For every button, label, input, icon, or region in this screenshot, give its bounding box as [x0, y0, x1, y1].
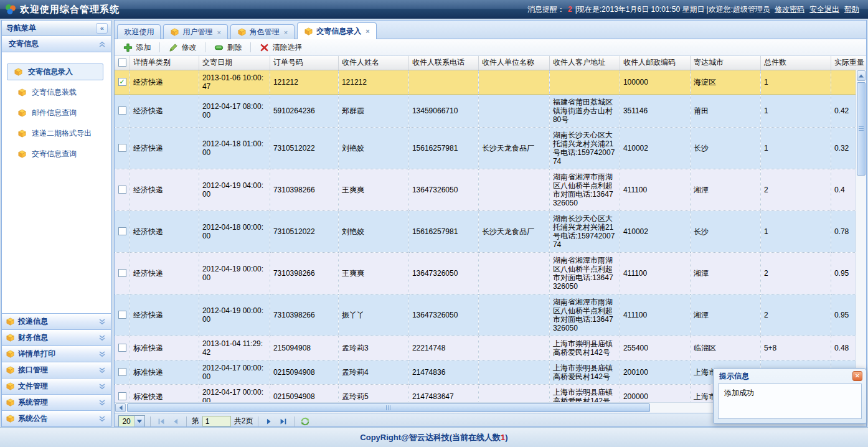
sidebar-item-express-phase2-export[interactable]: 速递二期格式导出: [11, 125, 103, 142]
column-header[interactable]: 收件人联系电话: [408, 56, 478, 70]
table-row[interactable]: 经济快递2012-04-19 00:00:007310398266振丫丫1364…: [115, 294, 866, 336]
sidebar-section-delivery-info[interactable]: 投递信息: [2, 313, 111, 329]
tab-close-icon[interactable]: ×: [217, 29, 220, 36]
first-page-button[interactable]: [156, 416, 167, 427]
sidebar-item-consign-info-load[interactable]: 交寄信息装载: [11, 84, 103, 101]
tab-role-management[interactable]: 角色管理×: [230, 24, 295, 39]
chevron-double-down-icon[interactable]: [98, 383, 106, 390]
horizontal-scroll-thumb[interactable]: [127, 403, 650, 412]
column-header[interactable]: 收件人单位名称: [478, 56, 549, 70]
help-link[interactable]: 帮助: [844, 5, 859, 14]
table-cell: 临淄区: [690, 336, 760, 360]
table-row[interactable]: 经济快递2012-04-19 00:00:007310398266王爽爽1364…: [115, 252, 866, 294]
table-cell: 200000: [620, 384, 690, 402]
row-checkbox[interactable]: [118, 368, 126, 376]
clear-selection-button[interactable]: 清除选择: [255, 40, 307, 55]
prev-page-button[interactable]: [170, 416, 181, 427]
table-row[interactable]: 经济快递2012-04-17 08:00:005910264236郑群霞1345…: [115, 94, 866, 127]
change-password-link[interactable]: 修改密码: [775, 5, 804, 14]
sidebar-section-interface-mgmt[interactable]: 接口管理: [2, 362, 111, 378]
sidebar-section-system-notice[interactable]: 系统公告: [2, 410, 111, 426]
sidebar-collapse-button[interactable]: «: [96, 23, 108, 34]
row-checkbox[interactable]: [118, 392, 126, 400]
column-header[interactable]: 收件人姓名: [338, 56, 408, 70]
sidebar-item-consign-info-query[interactable]: 交寄信息查询: [11, 146, 103, 162]
tab-close-icon[interactable]: ×: [284, 29, 288, 36]
scroll-up-icon[interactable]: [857, 70, 866, 81]
table-cell: 1: [760, 70, 831, 94]
page-size-select[interactable]: 20: [118, 415, 144, 427]
table-cell: 121212: [338, 70, 408, 94]
logout-link[interactable]: 安全退出: [809, 5, 839, 14]
row-checkbox-cell: [115, 210, 130, 252]
tab-label: 用户管理: [182, 27, 212, 37]
table-cell: 0215094908: [270, 360, 338, 384]
column-header[interactable]: 交寄日期: [199, 56, 270, 70]
sidebar-item-mail-info-query[interactable]: 邮件信息查询: [11, 105, 103, 121]
sidebar-section-finance-info[interactable]: 财务信息: [2, 329, 111, 346]
row-checkbox[interactable]: [118, 106, 126, 115]
tab-close-icon[interactable]: ×: [366, 27, 369, 35]
close-icon[interactable]: ✕: [852, 371, 862, 381]
column-header[interactable]: 详情单类别: [130, 56, 199, 70]
row-checkbox[interactable]: [118, 144, 126, 152]
chevron-up-icon[interactable]: [98, 40, 106, 48]
column-header[interactable]: 总件数: [760, 56, 831, 70]
row-checkbox[interactable]: ✓: [118, 78, 126, 86]
table-row[interactable]: 经济快递2012-04-18 00:00:007310512022刘艳姣1561…: [115, 210, 866, 252]
select-all-checkbox[interactable]: [118, 59, 126, 67]
row-checkbox[interactable]: [118, 227, 126, 235]
chevron-double-down-icon[interactable]: [98, 415, 106, 423]
chevron-double-down-icon[interactable]: [98, 351, 106, 358]
message-count-badge[interactable]: 2: [568, 5, 572, 14]
scroll-left-icon[interactable]: [115, 403, 126, 412]
vertical-scrollbar[interactable]: [856, 70, 866, 402]
delete-button[interactable]: 删除: [209, 40, 247, 55]
sidebar-item-label: 交寄信息装载: [32, 87, 77, 98]
sidebar-section-system-mgmt[interactable]: 系统管理: [2, 394, 111, 410]
table-row[interactable]: 经济快递2012-04-19 04:00:007310398266王爽爽1364…: [115, 169, 866, 210]
toolbar-separator: [159, 42, 160, 52]
table-cell: 2147483647: [408, 384, 478, 402]
last-page-button[interactable]: [278, 416, 289, 427]
column-header[interactable]: 收件人邮政编码: [620, 56, 690, 70]
table-row[interactable]: 经济快递2012-04-18 01:00:007310512022刘艳姣1561…: [115, 127, 866, 169]
chevron-double-down-icon[interactable]: [98, 367, 106, 374]
sidebar-section-consign-info[interactable]: 交寄信息: [2, 36, 111, 52]
chevron-double-down-icon[interactable]: [98, 334, 106, 342]
sidebar-section-label: 系统管理: [18, 397, 48, 408]
vertical-scroll-thumb[interactable]: [857, 82, 866, 176]
column-header[interactable]: 收件人客户地址: [549, 56, 620, 70]
popup-header[interactable]: 提示信息 ✕: [714, 369, 866, 383]
table-cell: 2: [760, 252, 831, 294]
table-cell: 2013-01-04 11:29:42: [199, 336, 270, 360]
sidebar-item-consign-info-entry[interactable]: 交寄信息录入: [7, 64, 103, 80]
sidebar-section-waybill-print[interactable]: 详情单打印: [2, 346, 111, 362]
refresh-button[interactable]: [300, 416, 311, 427]
table-row[interactable]: 标准快递2013-01-04 11:29:42215094908孟玲莉32221…: [115, 336, 866, 360]
chevron-double-down-icon[interactable]: [98, 399, 106, 407]
tab-welcome[interactable]: 欢迎使用: [117, 24, 161, 39]
row-checkbox[interactable]: [118, 269, 126, 277]
tab-consign-info-entry[interactable]: 交寄信息录入×: [297, 22, 376, 39]
table-cell: 经济快递: [130, 127, 199, 169]
select-all-header[interactable]: [115, 56, 130, 70]
table-row[interactable]: ✓经济快递2013-01-06 10:00:471212121212121000…: [115, 70, 866, 94]
chevron-down-icon[interactable]: [134, 416, 144, 426]
table-cell: [549, 70, 620, 94]
tab-user-management[interactable]: 用户管理×: [163, 24, 227, 39]
table-cell: 7310398266: [270, 252, 338, 294]
row-checkbox[interactable]: [118, 311, 126, 319]
add-button[interactable]: 添加: [118, 40, 156, 55]
next-page-button[interactable]: [263, 416, 275, 427]
table-cell: [478, 252, 549, 294]
column-header[interactable]: 寄达城市: [690, 56, 760, 70]
column-header[interactable]: 实际重量: [831, 56, 866, 70]
sidebar-section-file-mgmt[interactable]: 文件管理: [2, 378, 111, 394]
row-checkbox[interactable]: [118, 186, 126, 194]
chevron-double-down-icon[interactable]: [98, 318, 106, 326]
row-checkbox[interactable]: [118, 344, 126, 352]
edit-button[interactable]: 修改: [164, 40, 201, 55]
column-header[interactable]: 订单号码: [270, 56, 338, 70]
page-number-input[interactable]: [202, 416, 231, 426]
